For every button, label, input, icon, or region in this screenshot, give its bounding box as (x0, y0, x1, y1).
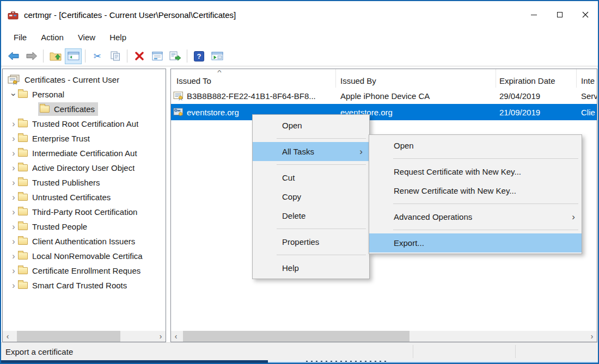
menu-item-label: Renew Certificate with New Key... (394, 186, 516, 195)
list-horizontal-scrollbar[interactable] (171, 331, 597, 342)
tree-item-label: Trusted Publishers (32, 178, 100, 187)
cut-button[interactable]: ✂ (89, 48, 106, 64)
scroll-left-arrow-icon[interactable] (3, 331, 13, 342)
background-window-sliver-dark (1, 360, 268, 363)
status-bar-divider (413, 345, 413, 358)
scissors-icon: ✂ (93, 51, 101, 62)
all-tasks-submenu: Open Request Certificate with New Key...… (369, 134, 582, 254)
tree-item-personal[interactable]: Personal (3, 87, 166, 102)
cell-expiration-date: 21/09/2019 (496, 108, 577, 117)
tree-item-enterprise-trust[interactable]: Enterprise Trust (3, 131, 166, 146)
chevron-right-icon[interactable] (9, 134, 18, 143)
chevron-right-icon[interactable] (9, 178, 18, 187)
chevron-right-icon[interactable] (9, 237, 18, 246)
chevron-right-icon[interactable] (9, 281, 18, 290)
folder-icon (18, 282, 28, 289)
minimize-button[interactable] (521, 1, 547, 28)
column-header-issued-by[interactable]: Issued By (336, 69, 496, 88)
scrollbar-thumb[interactable] (17, 331, 120, 342)
tree-item-certificates[interactable]: Certificates (3, 102, 166, 116)
forward-button[interactable] (23, 48, 40, 64)
chevron-right-icon[interactable] (9, 267, 18, 275)
chevron-right-icon[interactable] (9, 223, 18, 231)
tree-item-certificate-enrollment-requests[interactable]: Certificate Enrollment Reques (3, 263, 166, 278)
folder-icon (18, 252, 28, 260)
show-new-window-button[interactable] (209, 48, 225, 64)
scroll-left-arrow-icon[interactable] (171, 331, 181, 342)
maximize-button[interactable] (547, 1, 572, 28)
context-menu-item-all-tasks[interactable]: All Tasks (253, 142, 369, 161)
properties-button[interactable] (149, 48, 166, 64)
context-menu-item-properties[interactable]: Properties (253, 232, 369, 251)
context-menu-item-copy[interactable]: Copy (253, 187, 369, 206)
submenu-item-open[interactable]: Open (369, 136, 582, 155)
chevron-right-icon[interactable] (9, 193, 18, 202)
help-button[interactable]: ? (191, 48, 207, 64)
back-button[interactable] (5, 48, 22, 64)
scrollbar-thumb[interactable] (183, 331, 409, 342)
certificate-row-eventstore-selected[interactable]: eventstore.org eventstore.org 21/09/2019… (171, 104, 597, 120)
tree-item-client-authentication-issuers[interactable]: Client Authentication Issuers (3, 234, 166, 249)
folder-icon (18, 135, 28, 142)
properties-window-icon (152, 51, 163, 61)
tree-item-label: Local NonRemovable Certifica (32, 251, 143, 261)
context-menu-item-cut[interactable]: Cut (253, 168, 369, 187)
chevron-down-icon[interactable] (9, 90, 18, 99)
tree-item-intermediate-certification-authorities[interactable]: Intermediate Certification Aut (3, 146, 166, 161)
tree-item-local-nonremovable-certificates[interactable]: Local NonRemovable Certifica (3, 249, 166, 263)
submenu-item-export[interactable]: Export... (369, 233, 582, 252)
export-list-button[interactable] (167, 48, 184, 64)
tree-item-smart-card-trusted-roots[interactable]: Smart Card Trusted Roots (3, 278, 166, 293)
folder-icon (18, 267, 28, 274)
chevron-right-icon[interactable] (9, 120, 18, 128)
chevron-right-icon[interactable] (9, 252, 18, 261)
tree-item-trusted-people[interactable]: Trusted People (3, 219, 166, 234)
tree-item-third-party-root-certification[interactable]: Third-Party Root Certification (3, 205, 166, 219)
up-one-level-button[interactable] (47, 48, 64, 64)
tree-item-untrusted-certificates[interactable]: Untrusted Certificates (3, 190, 166, 205)
context-menu-item-help[interactable]: Help (253, 258, 369, 277)
close-button[interactable] (572, 1, 598, 28)
delete-button[interactable] (131, 48, 148, 64)
menu-separator (277, 138, 366, 139)
submenu-item-request-certificate-with-new-key[interactable]: Request Certificate with New Key... (369, 162, 582, 181)
menu-separator (393, 230, 578, 230)
copy-button[interactable] (107, 48, 124, 64)
menu-separator (277, 255, 366, 255)
chevron-right-icon[interactable] (9, 208, 18, 217)
tree-selection-highlight: Certificates (38, 102, 98, 116)
title-bar[interactable]: certmgr - [Certificates - Current User\P… (1, 1, 598, 28)
tree-item-certificates-current-user[interactable]: Certificates - Current User (3, 72, 166, 87)
menu-separator (393, 203, 578, 204)
column-header-intended-purposes[interactable]: Inte (577, 69, 597, 88)
menu-action[interactable]: Action (34, 30, 71, 44)
column-header-expiration-date[interactable]: Expiration Date (496, 69, 577, 88)
menu-help[interactable]: Help (102, 30, 133, 44)
tree-item-active-directory-user-object[interactable]: Active Directory User Object (3, 161, 166, 175)
window-controls (521, 1, 598, 28)
window-title: certmgr - [Certificates - Current User\P… (24, 10, 236, 20)
chevron-right-icon[interactable] (9, 149, 18, 158)
context-menu-item-delete[interactable]: Delete (253, 206, 369, 225)
status-bar-divider (515, 345, 516, 358)
context-menu-item-open[interactable]: Open (253, 116, 369, 135)
menu-file[interactable]: File (7, 30, 34, 44)
tree-item-trusted-root-certification-authorities[interactable]: Trusted Root Certification Aut (3, 116, 166, 131)
certificate-row-b3b8b882[interactable]: B3B8B882-FE22-41B1-8F64-BF8... Apple iPh… (171, 88, 597, 104)
column-header-issued-to[interactable]: Issued To (171, 69, 336, 88)
menu-item-label: Delete (282, 211, 305, 220)
folder-icon (18, 150, 28, 157)
menu-view[interactable]: View (71, 30, 102, 44)
submenu-item-renew-certificate-with-new-key[interactable]: Renew Certificate with New Key... (369, 181, 582, 200)
status-text: Export a certificate (1, 347, 73, 356)
chevron-right-icon[interactable] (9, 164, 18, 172)
folder-icon (18, 179, 28, 186)
submenu-item-advanced-operations[interactable]: Advanced Operations (369, 207, 582, 226)
scroll-right-arrow-icon[interactable] (587, 331, 597, 342)
tree-item-trusted-publishers[interactable]: Trusted Publishers (3, 175, 166, 190)
cell-issued-to: B3B8B882-FE22-41B1-8F64-BF8... (187, 91, 316, 101)
scroll-right-arrow-icon[interactable] (156, 331, 166, 342)
show-console-tree-button[interactable] (65, 48, 82, 64)
folder-icon (18, 164, 28, 171)
tree-horizontal-scrollbar[interactable] (3, 331, 166, 342)
